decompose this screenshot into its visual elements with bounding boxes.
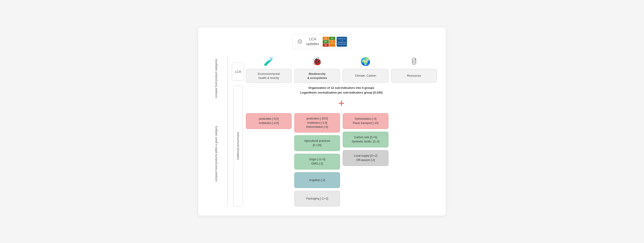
bonus-section: pesticides [-5;0] Antibiotics [-4;0] pes… [246, 113, 437, 206]
lca-updates-label: LCA updates [306, 37, 319, 47]
vertical-divider [228, 56, 228, 206]
bonus-col-2: Deforestation [-4] Plane transport [-10]… [343, 113, 388, 206]
logo-cell: RI [329, 37, 335, 40]
bonus-box-irrigation: Irrigation [-2] [294, 172, 340, 188]
bonus-box-agri: Agricultural practices [0;+20] [294, 135, 340, 151]
climate-box: Climate, Carbon [343, 69, 388, 83]
ademe-logo: AGENCE DELA TRANSITIONÉCOLOGIQUE [337, 37, 347, 47]
logo-cell [329, 44, 335, 47]
category-col-climate: 🌍 Climate, Carbon [343, 56, 388, 83]
logo-cell: BA [323, 40, 329, 43]
left-labels: compare food product categories compare … [207, 56, 225, 206]
page-container: ⚙ LCA updates AG RI BA LY SE AGENCE DELA… [0, 0, 644, 243]
gear-icon: ⚙ [297, 38, 303, 45]
additional-box: Additional bonus/malus [234, 85, 242, 206]
category-row: 🧪 Environnemental health & toxicity 🐞 Bi… [246, 56, 437, 83]
right-content: 🧪 Environnemental health & toxicity 🐞 Bi… [246, 56, 437, 206]
category-col-bio: 🐞 Biodiversity & ecosystems [294, 56, 340, 83]
bonus-box-local-supply: Local supply [0;+2] Off-season [-2] [343, 150, 388, 166]
bonus-col-0: pesticides [-5;0] Antibiotics [-4;0] [246, 113, 292, 206]
bonus-box-origin: Origin [-3;+3] GMO [-2] [294, 154, 340, 169]
bonus-col-3 [391, 113, 437, 206]
resources-box: Resources [391, 69, 437, 83]
logo-cell: LY [329, 40, 335, 43]
main-card: ⚙ LCA updates AG RI BA LY SE AGENCE DELA… [198, 28, 446, 215]
category-col-resources: 🛢 Resources [391, 56, 437, 83]
env-icon: 🧪 [264, 56, 274, 67]
resources-icon: 🛢 [410, 56, 418, 67]
bonus-box-pesticides-env: pesticides [-5;0] Antibiotics [-4;0] [246, 113, 292, 129]
bonus-box-carbon-sink: Carbon sink [0;+5] Synthetic fertiliz. [… [343, 132, 388, 147]
main-content: compare food product categories compare … [207, 56, 437, 206]
logo-cell: SE [323, 44, 329, 47]
bonus-box-packaging: Packaging [-2;+2] [294, 191, 340, 206]
climate-icon: 🌍 [360, 56, 371, 67]
bonus-box-deforestation: Deforestation [-4] Plane transport [-10] [343, 113, 388, 129]
lca-label-col: LCA Additional bonus/malus [230, 56, 246, 206]
ademe-text: AGENCE DELA TRANSITIONÉCOLOGIQUE [337, 38, 346, 45]
category-col-env: 🧪 Environnemental health & toxicity [246, 56, 292, 83]
logo-cell: AG [323, 37, 329, 40]
top-side-label: compare food product categories [207, 56, 225, 101]
logo-group: AG RI BA LY SE AGENCE DELA TRANSITIONÉCO… [323, 37, 347, 47]
bio-icon: 🐞 [312, 56, 322, 67]
bottom-side-label: compare food products within a given cat… [207, 101, 225, 206]
top-header: ⚙ LCA updates AG RI BA LY SE AGENCE DELA… [207, 34, 437, 49]
plus-sign: + [246, 98, 437, 109]
bio-box: Biodiversity & ecosystems [294, 69, 340, 83]
bonus-box-pesticides-bio: pesticides [-20;0] Antibiotics [-1;0] De… [294, 113, 340, 133]
agribalyse-logo: AG RI BA LY SE [323, 37, 335, 47]
lca-box: LCA [232, 63, 244, 81]
bonus-col-1: pesticides [-20;0] Antibiotics [-1;0] De… [294, 113, 340, 206]
lca-updates-box: ⚙ LCA updates AG RI BA LY SE AGENCE DELA… [292, 34, 352, 49]
org-text: Organization of 12 sub-indicators into 4… [246, 86, 437, 95]
env-box: Environnemental health & toxicity [246, 69, 292, 83]
